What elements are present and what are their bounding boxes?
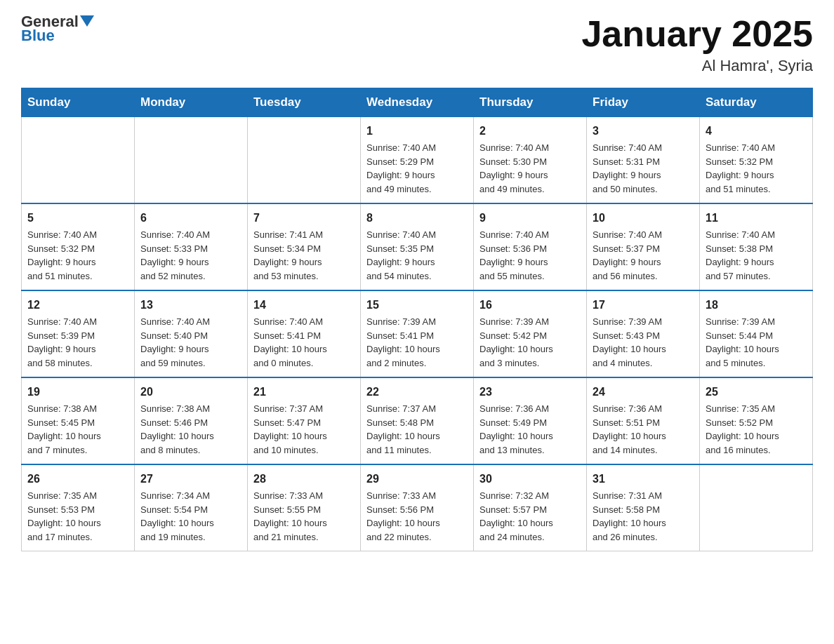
day-info: Sunrise: 7:41 AMSunset: 5:34 PMDaylight:… (253, 228, 355, 283)
title-block: January 2025 Al Hamra', Syria (581, 14, 813, 75)
header-monday: Monday (135, 88, 248, 117)
day-info: Sunrise: 7:40 AMSunset: 5:36 PMDaylight:… (479, 228, 581, 283)
day-number: 29 (366, 471, 468, 488)
calendar-cell: 17Sunrise: 7:39 AMSunset: 5:43 PMDayligh… (587, 290, 700, 377)
day-info: Sunrise: 7:40 AMSunset: 5:32 PMDaylight:… (706, 141, 807, 196)
day-info: Sunrise: 7:38 AMSunset: 5:46 PMDaylight:… (140, 402, 241, 457)
day-number: 22 (366, 384, 468, 401)
calendar-cell: 25Sunrise: 7:35 AMSunset: 5:52 PMDayligh… (700, 377, 813, 464)
day-info: Sunrise: 7:37 AMSunset: 5:48 PMDaylight:… (366, 402, 468, 457)
day-info: Sunrise: 7:35 AMSunset: 5:52 PMDaylight:… (706, 402, 807, 457)
calendar-cell: 31Sunrise: 7:31 AMSunset: 5:58 PMDayligh… (587, 464, 700, 551)
calendar-week-5: 26Sunrise: 7:35 AMSunset: 5:53 PMDayligh… (22, 464, 813, 551)
calendar-week-1: 1Sunrise: 7:40 AMSunset: 5:29 PMDaylight… (22, 117, 813, 204)
page-subtitle: Al Hamra', Syria (581, 57, 813, 75)
day-info: Sunrise: 7:32 AMSunset: 5:57 PMDaylight:… (479, 489, 581, 544)
day-number: 25 (706, 384, 807, 401)
day-number: 15 (366, 297, 468, 314)
day-number: 18 (706, 297, 807, 314)
calendar-cell: 23Sunrise: 7:36 AMSunset: 5:49 PMDayligh… (474, 377, 587, 464)
calendar-cell: 15Sunrise: 7:39 AMSunset: 5:41 PMDayligh… (361, 290, 474, 377)
calendar-cell: 8Sunrise: 7:40 AMSunset: 5:35 PMDaylight… (361, 203, 474, 290)
day-number: 4 (706, 123, 807, 140)
day-number: 12 (27, 297, 128, 314)
calendar-cell: 13Sunrise: 7:40 AMSunset: 5:40 PMDayligh… (135, 290, 248, 377)
calendar-table: SundayMondayTuesdayWednesdayThursdayFrid… (21, 88, 813, 551)
calendar-cell: 7Sunrise: 7:41 AMSunset: 5:34 PMDaylight… (248, 203, 361, 290)
day-number: 10 (593, 210, 694, 227)
day-number: 8 (366, 210, 468, 227)
day-info: Sunrise: 7:40 AMSunset: 5:29 PMDaylight:… (366, 141, 468, 196)
day-number: 17 (593, 297, 694, 314)
day-number: 27 (140, 471, 241, 488)
calendar-cell: 5Sunrise: 7:40 AMSunset: 5:32 PMDaylight… (22, 203, 135, 290)
day-info: Sunrise: 7:40 AMSunset: 5:38 PMDaylight:… (706, 228, 807, 283)
calendar-cell: 14Sunrise: 7:40 AMSunset: 5:41 PMDayligh… (248, 290, 361, 377)
day-number: 28 (253, 471, 355, 488)
day-number: 24 (593, 384, 694, 401)
calendar-cell: 28Sunrise: 7:33 AMSunset: 5:55 PMDayligh… (248, 464, 361, 551)
header-friday: Friday (587, 88, 700, 117)
logo: General Blue (21, 14, 94, 43)
day-number: 6 (140, 210, 241, 227)
calendar-cell: 21Sunrise: 7:37 AMSunset: 5:47 PMDayligh… (248, 377, 361, 464)
calendar-cell: 3Sunrise: 7:40 AMSunset: 5:31 PMDaylight… (587, 117, 700, 204)
day-number: 5 (27, 210, 128, 227)
calendar-week-2: 5Sunrise: 7:40 AMSunset: 5:32 PMDaylight… (22, 203, 813, 290)
day-info: Sunrise: 7:37 AMSunset: 5:47 PMDaylight:… (253, 402, 355, 457)
calendar-cell: 29Sunrise: 7:33 AMSunset: 5:56 PMDayligh… (361, 464, 474, 551)
day-info: Sunrise: 7:31 AMSunset: 5:58 PMDaylight:… (593, 489, 694, 544)
day-info: Sunrise: 7:40 AMSunset: 5:33 PMDaylight:… (140, 228, 241, 283)
calendar-cell: 12Sunrise: 7:40 AMSunset: 5:39 PMDayligh… (22, 290, 135, 377)
calendar-cell: 24Sunrise: 7:36 AMSunset: 5:51 PMDayligh… (587, 377, 700, 464)
day-number: 31 (593, 471, 694, 488)
day-info: Sunrise: 7:40 AMSunset: 5:32 PMDaylight:… (27, 228, 128, 283)
day-number: 1 (366, 123, 468, 140)
header-sunday: Sunday (22, 88, 135, 117)
calendar-cell: 30Sunrise: 7:32 AMSunset: 5:57 PMDayligh… (474, 464, 587, 551)
day-number: 16 (479, 297, 581, 314)
calendar-week-4: 19Sunrise: 7:38 AMSunset: 5:45 PMDayligh… (22, 377, 813, 464)
header-saturday: Saturday (700, 88, 813, 117)
day-info: Sunrise: 7:40 AMSunset: 5:40 PMDaylight:… (140, 315, 241, 370)
page-header: General Blue January 2025 Al Hamra', Syr… (21, 14, 813, 75)
day-info: Sunrise: 7:39 AMSunset: 5:41 PMDaylight:… (366, 315, 468, 370)
day-number: 2 (479, 123, 581, 140)
calendar-week-3: 12Sunrise: 7:40 AMSunset: 5:39 PMDayligh… (22, 290, 813, 377)
logo-blue-text: Blue (21, 28, 55, 43)
day-number: 9 (479, 210, 581, 227)
calendar-cell: 20Sunrise: 7:38 AMSunset: 5:46 PMDayligh… (135, 377, 248, 464)
day-number: 19 (27, 384, 128, 401)
day-number: 11 (706, 210, 807, 227)
calendar-cell: 2Sunrise: 7:40 AMSunset: 5:30 PMDaylight… (474, 117, 587, 204)
day-info: Sunrise: 7:33 AMSunset: 5:56 PMDaylight:… (366, 489, 468, 544)
page-title: January 2025 (581, 14, 813, 54)
calendar-cell (248, 117, 361, 204)
day-number: 30 (479, 471, 581, 488)
day-info: Sunrise: 7:34 AMSunset: 5:54 PMDaylight:… (140, 489, 241, 544)
calendar-cell: 6Sunrise: 7:40 AMSunset: 5:33 PMDaylight… (135, 203, 248, 290)
logo-triangle-icon (80, 15, 94, 27)
calendar-cell (22, 117, 135, 204)
day-number: 21 (253, 384, 355, 401)
header-wednesday: Wednesday (361, 88, 474, 117)
day-number: 20 (140, 384, 241, 401)
day-info: Sunrise: 7:38 AMSunset: 5:45 PMDaylight:… (27, 402, 128, 457)
header-tuesday: Tuesday (248, 88, 361, 117)
day-info: Sunrise: 7:40 AMSunset: 5:35 PMDaylight:… (366, 228, 468, 283)
calendar-cell: 9Sunrise: 7:40 AMSunset: 5:36 PMDaylight… (474, 203, 587, 290)
day-info: Sunrise: 7:40 AMSunset: 5:37 PMDaylight:… (593, 228, 694, 283)
day-number: 7 (253, 210, 355, 227)
day-info: Sunrise: 7:40 AMSunset: 5:30 PMDaylight:… (479, 141, 581, 196)
calendar-cell: 11Sunrise: 7:40 AMSunset: 5:38 PMDayligh… (700, 203, 813, 290)
calendar-cell: 27Sunrise: 7:34 AMSunset: 5:54 PMDayligh… (135, 464, 248, 551)
header-thursday: Thursday (474, 88, 587, 117)
calendar-cell: 18Sunrise: 7:39 AMSunset: 5:44 PMDayligh… (700, 290, 813, 377)
day-number: 26 (27, 471, 128, 488)
calendar-cell: 22Sunrise: 7:37 AMSunset: 5:48 PMDayligh… (361, 377, 474, 464)
calendar-cell (700, 464, 813, 551)
calendar-cell: 19Sunrise: 7:38 AMSunset: 5:45 PMDayligh… (22, 377, 135, 464)
day-info: Sunrise: 7:40 AMSunset: 5:39 PMDaylight:… (27, 315, 128, 370)
day-info: Sunrise: 7:39 AMSunset: 5:44 PMDaylight:… (706, 315, 807, 370)
calendar-cell: 26Sunrise: 7:35 AMSunset: 5:53 PMDayligh… (22, 464, 135, 551)
